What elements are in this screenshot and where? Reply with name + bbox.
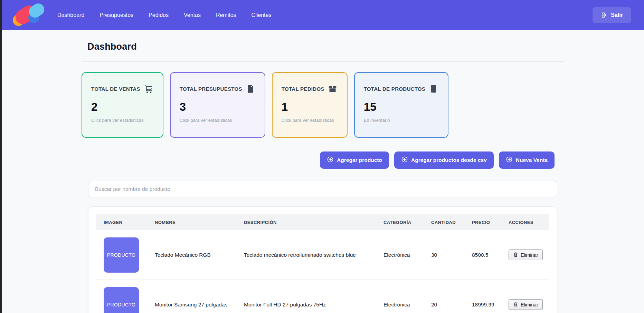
nav-link-pedidos[interactable]: Pedidos: [149, 12, 169, 18]
stat-card-total-presupuestos[interactable]: TOTAL PRESUPUESTOS3Click para ver estadí…: [170, 72, 265, 138]
cell-imagen: PRODUCTO: [96, 287, 147, 313]
stat-card-value: 3: [180, 101, 255, 113]
stat-card-title: TOTAL DE VENTAS: [91, 86, 140, 92]
cell-precio: 18999.99: [464, 302, 501, 308]
cell-nombre: Monitor Samsung 27 pulgadas: [147, 302, 236, 308]
action-button-label: Nueva Venta: [516, 157, 548, 163]
add-products-csv-button[interactable]: Agregar productos desde csv: [394, 151, 494, 169]
nav-link-presupuestos[interactable]: Presupuestos: [100, 12, 133, 18]
invoice-icon: [246, 84, 255, 94]
main-nav: DashboardPresupuestosPedidosVentasRemito…: [57, 12, 271, 18]
stat-card-title: TOTAL PEDIDOS: [282, 86, 324, 92]
logout-label: Salir: [611, 12, 623, 18]
product-image-placeholder: PRODUCTO: [104, 287, 139, 313]
action-button-label: Agregar productos desde csv: [411, 157, 487, 163]
page-title: Dashboard: [87, 41, 644, 52]
stat-card-header: TOTAL PEDIDOS: [282, 84, 337, 94]
cell-cantidad: 30: [424, 252, 464, 258]
column-header: DESCRIPCIÓN: [236, 220, 376, 225]
column-header: CATEGORÍA: [376, 220, 424, 225]
logout-icon: [601, 12, 607, 18]
stat-card-header: TOTAL DE VENTAS: [91, 84, 153, 94]
trash-icon: [513, 252, 518, 258]
main-content: Dashboard TOTAL DE VENTAS2Click para ver…: [0, 41, 644, 313]
stat-card-subtitle: Click para ver estadísticas: [91, 118, 153, 123]
new-sale-button[interactable]: Nueva Venta: [499, 151, 555, 169]
receipt-icon: [429, 84, 438, 94]
nav-link-ventas[interactable]: Ventas: [184, 12, 201, 18]
stat-card-title: TOTAL PRESUPUESTOS: [180, 86, 242, 92]
delete-product-button[interactable]: Eliminar: [509, 299, 543, 310]
logout-button[interactable]: Salir: [593, 7, 631, 23]
column-header: IMAGEN: [96, 220, 147, 225]
delete-product-button[interactable]: Eliminar: [509, 250, 543, 260]
column-header: PRECIO: [464, 220, 501, 225]
plus-circle-icon: [327, 156, 334, 164]
cell-acciones: Eliminar: [501, 299, 549, 310]
stat-card-value: 2: [91, 101, 153, 113]
stat-card-total-productos[interactable]: TOTAL DE PRODUCTOS15En inventario: [354, 72, 448, 138]
nav-link-dashboard[interactable]: Dashboard: [57, 12, 84, 18]
table-row: PRODUCTOTeclado Mecánico RGBTeclado mecá…: [96, 230, 549, 280]
search-input[interactable]: [88, 181, 557, 197]
plus-circle-icon: [401, 156, 408, 164]
table-row: PRODUCTOMonitor Samsung 27 pulgadasMonit…: [96, 280, 549, 313]
stat-card-header: TOTAL PRESUPUESTOS: [180, 84, 255, 94]
title-divider: [82, 61, 565, 62]
cell-cantidad: 20: [424, 302, 464, 308]
nav-link-remitos[interactable]: Remitos: [216, 12, 236, 18]
product-image-placeholder: PRODUCTO: [104, 237, 139, 273]
box-icon: [328, 84, 337, 94]
cell-acciones: Eliminar: [501, 250, 549, 260]
stat-card-header: TOTAL DE PRODUCTOS: [364, 84, 438, 94]
stat-card-subtitle: En inventario: [364, 118, 438, 123]
table-header-row: IMAGENNOMBREDESCRIPCIÓNCATEGORÍACANTIDAD…: [96, 214, 549, 230]
cell-descripcion: Monitor Full HD 27 pulgadas 75Hz: [236, 302, 376, 308]
nav-link-clientes[interactable]: Clientes: [252, 12, 272, 18]
cell-nombre: Teclado Mecánico RGB: [147, 252, 236, 258]
plus-circle-icon: [506, 156, 513, 164]
stat-card-value: 1: [282, 101, 337, 113]
top-navbar: DashboardPresupuestosPedidosVentasRemito…: [0, 0, 644, 30]
action-button-label: Agregar producto: [337, 157, 382, 163]
delete-button-label: Eliminar: [521, 302, 538, 307]
cell-categoria: Electrónica: [376, 302, 424, 308]
cell-categoria: Electrónica: [376, 252, 424, 258]
table-body: PRODUCTOTeclado Mecánico RGBTeclado mecá…: [96, 230, 549, 313]
cell-imagen: PRODUCTO: [96, 237, 147, 273]
cell-descripcion: Teclado mecánico retroiluminado switches…: [236, 252, 376, 258]
stat-card-subtitle: Click para ver estadísticas: [282, 118, 337, 123]
cart-icon: [144, 84, 153, 94]
stat-cards-row: TOTAL DE VENTAS2Click para ver estadísti…: [82, 72, 644, 138]
actions-row: Agregar productoAgregar productos desde …: [0, 151, 555, 169]
add-product-button[interactable]: Agregar producto: [320, 151, 389, 169]
column-header: ACCIONES: [501, 220, 549, 225]
delete-button-label: Eliminar: [521, 252, 538, 258]
app-logo: [13, 4, 45, 26]
stat-card-title: TOTAL DE PRODUCTOS: [364, 86, 425, 92]
column-header: NOMBRE: [147, 220, 236, 225]
stat-card-total-ventas[interactable]: TOTAL DE VENTAS2Click para ver estadísti…: [82, 72, 163, 138]
stat-card-subtitle: Click para ver estadísticas: [180, 118, 255, 123]
window-edge: [0, 0, 2, 313]
products-table-card: IMAGENNOMBREDESCRIPCIÓNCATEGORÍACANTIDAD…: [88, 206, 557, 313]
column-header: CANTIDAD: [424, 220, 464, 225]
cell-precio: 8500.5: [464, 252, 501, 258]
stat-card-total-pedidos[interactable]: TOTAL PEDIDOS1Click para ver estadística…: [272, 72, 348, 138]
stat-card-value: 15: [364, 101, 438, 113]
trash-icon: [513, 302, 518, 308]
